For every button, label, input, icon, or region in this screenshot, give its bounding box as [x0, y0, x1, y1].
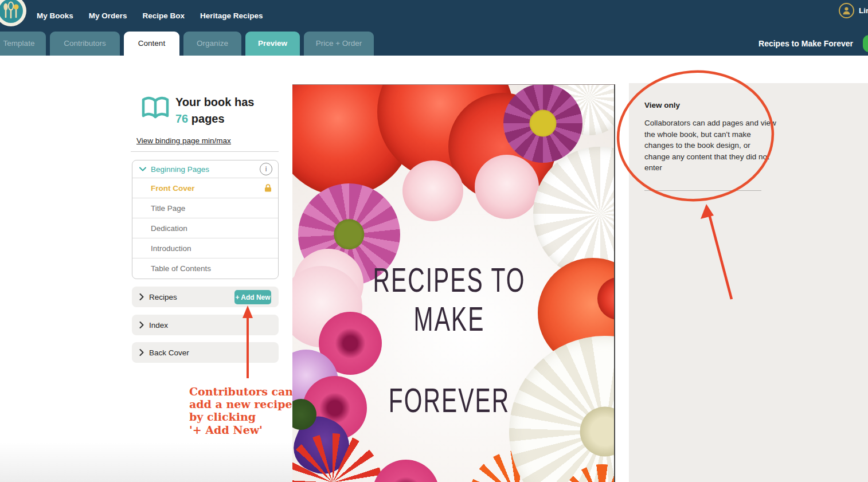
sidebar-divider — [131, 151, 279, 152]
view-only-heading: View only — [644, 101, 680, 109]
panel-divider — [644, 190, 761, 191]
chevron-down-icon — [139, 167, 146, 171]
add-new-recipe-button[interactable]: + Add New — [234, 290, 271, 304]
workflow-tabbar: Template Contributors Content Organize P… — [0, 32, 868, 56]
flower-graphic — [503, 84, 582, 163]
page-row-introduction[interactable]: Introduction — [132, 238, 278, 258]
page-row-label: Title Page — [151, 204, 185, 213]
binding-minmax-link[interactable]: View binding page min/max — [136, 136, 231, 145]
page-row-label: Introduction — [151, 244, 191, 253]
cover-title-line3: FOREVER — [343, 381, 556, 420]
beginning-pages-label: Beginning Pages — [151, 165, 209, 174]
green-action-button[interactable] — [863, 35, 868, 52]
section-label: Back Cover — [149, 348, 189, 357]
tab-content[interactable]: Content — [124, 32, 179, 56]
bottom-shadow — [0, 442, 292, 482]
chevron-right-icon — [139, 349, 144, 356]
chevron-right-icon — [139, 293, 144, 300]
section-back-cover[interactable]: Back Cover — [132, 342, 279, 363]
tab-template[interactable]: Template — [0, 32, 46, 56]
book-status-suffix: pages — [191, 112, 225, 125]
nav-my-books[interactable]: My Books — [37, 11, 73, 20]
primary-nav: My Books My Orders Recipe Box Heritage R… — [37, 0, 263, 32]
section-label: Index — [149, 321, 168, 330]
workflow-tabs: Template Contributors Content Organize P… — [0, 32, 374, 56]
view-only-panel: View only Collaborators can add pages an… — [629, 83, 868, 482]
book-cover-preview[interactable]: RECIPES TO MAKE FOREVER — [292, 84, 615, 482]
open-book-icon — [140, 95, 170, 124]
user-name[interactable]: Lin — [859, 6, 868, 15]
user-avatar[interactable] — [839, 3, 854, 18]
person-icon — [842, 6, 851, 15]
flower-graphic — [292, 433, 382, 482]
nav-recipe-box[interactable]: Recipe Box — [143, 11, 185, 20]
book-page-count: Your book has 76 pages — [175, 94, 254, 127]
nav-heritage-recipes[interactable]: Heritage Recipes — [200, 11, 263, 20]
beginning-pages-accordion: Beginning Pages i Front Cover Title Page… — [132, 160, 279, 279]
book-status-prefix: Your book has — [175, 96, 254, 108]
lock-icon — [264, 184, 272, 192]
page-row-table-of-contents[interactable]: Table of Contents — [132, 258, 278, 279]
tab-preview[interactable]: Preview — [245, 32, 300, 56]
chevron-right-icon — [139, 322, 144, 328]
section-recipes[interactable]: Recipes + Add New — [132, 287, 279, 307]
nav-my-orders[interactable]: My Orders — [89, 11, 127, 20]
section-label: Recipes — [149, 293, 177, 301]
view-only-description: Collaborators can add pages and view the… — [644, 117, 777, 174]
page-row-label: Front Cover — [151, 184, 195, 193]
annotation-add-recipe-note: Contributors can add a new recipe by cli… — [189, 385, 298, 436]
top-navbar: My Books My Orders Recipe Box Heritage R… — [0, 0, 868, 32]
tab-contributors[interactable]: Contributors — [50, 32, 120, 56]
flower-graphic — [373, 460, 439, 482]
info-icon[interactable]: i — [260, 163, 272, 175]
section-index[interactable]: Index — [132, 315, 279, 335]
flower-graphic — [402, 160, 463, 221]
tab-price-order[interactable]: Price + Order — [304, 32, 374, 56]
page-row-title-page[interactable]: Title Page — [132, 198, 278, 218]
page-row-front-cover[interactable]: Front Cover — [132, 178, 278, 198]
page-row-label: Table of Contents — [151, 264, 211, 273]
heritage-cookbook-logo-icon[interactable] — [0, 0, 27, 27]
tab-organize[interactable]: Organize — [183, 32, 241, 56]
flower-graphic — [475, 155, 539, 219]
cover-title-line2: MAKE — [343, 299, 556, 339]
page-row-label: Dedication — [151, 224, 187, 233]
page-row-dedication[interactable]: Dedication — [132, 218, 278, 238]
beginning-pages-header[interactable]: Beginning Pages i — [132, 160, 278, 178]
cover-title-line1: RECIPES TO — [343, 260, 556, 300]
book-page-count-value: 76 — [175, 112, 188, 125]
app-screen: My Books My Orders Recipe Box Heritage R… — [0, 0, 868, 482]
book-title: Recipes to Make Forever — [758, 32, 853, 56]
